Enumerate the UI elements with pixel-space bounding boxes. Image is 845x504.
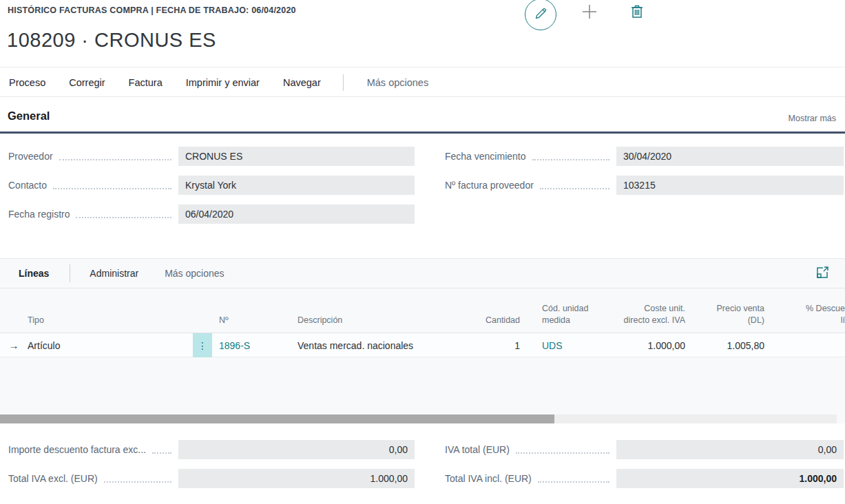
field-label: Proveedor	[8, 151, 53, 162]
col-descripcion[interactable]: Descripción	[298, 315, 482, 333]
col-tipo[interactable]: Tipo	[28, 315, 193, 333]
field-iva-total: IVA total (EUR) 0,00	[445, 440, 844, 459]
value-total-iva-incl[interactable]: 1.000,00	[616, 469, 844, 488]
col-arrow	[0, 326, 28, 333]
scrollbar-thumb[interactable]	[0, 414, 554, 423]
field-label: Fecha registro	[8, 209, 70, 220]
value-total-iva-excl[interactable]: 1.000,00	[178, 469, 415, 488]
field-label: IVA total (EUR)	[445, 444, 510, 455]
field-value-proveedor[interactable]: CRONUS ES	[178, 147, 415, 166]
cell-coste-unit[interactable]: 1.000,00	[609, 340, 685, 351]
field-value-contacto[interactable]: Krystal York	[178, 176, 415, 195]
action-navegar[interactable]: Navegar	[283, 77, 321, 88]
value-importe-descuento[interactable]: 0,00	[178, 440, 415, 459]
active-row-arrow-icon: →	[0, 339, 28, 351]
col-rowmenu	[193, 326, 212, 333]
col-descuento[interactable]: % Descue lí	[764, 303, 845, 333]
lines-administrar[interactable]: Administrar	[90, 268, 138, 279]
app-context-bar: HISTÓRICO FACTURAS COMPRA | FECHA DE TRA…	[0, 0, 845, 30]
cell-descripcion[interactable]: Ventas mercad. nacionales	[298, 340, 482, 351]
item-number-link[interactable]: 1896-S	[219, 340, 250, 351]
dotted-leader	[532, 152, 609, 160]
plus-icon	[580, 13, 599, 23]
tab-lineas[interactable]: Líneas	[19, 268, 49, 279]
lines-toolbar-divider	[0, 288, 845, 288]
cell-precio-venta[interactable]: 1.005,80	[685, 340, 764, 351]
title-divider	[0, 67, 845, 67]
action-imprimir-y-enviar[interactable]: Imprimir y enviar	[186, 77, 260, 88]
open-in-window-icon	[815, 271, 829, 282]
field-label: Nº factura proveedor	[445, 180, 534, 191]
general-underline	[0, 132, 845, 134]
action-factura[interactable]: Factura	[129, 77, 163, 88]
field-contacto: Contacto Krystal York	[8, 176, 415, 195]
expand-lines-button[interactable]	[815, 266, 830, 281]
field-label: Importe descuento factura exc...	[8, 444, 146, 455]
dotted-leader	[53, 181, 171, 189]
action-bar-divider	[0, 96, 845, 97]
add-button[interactable]	[579, 2, 600, 23]
context-title: HISTÓRICO FACTURAS COMPRA | FECHA DE TRA…	[8, 6, 296, 15]
invoice-totals: Importe descuento factura exc... 0,00 To…	[0, 440, 845, 498]
cell-cod-unidad-medida[interactable]: UDS	[520, 340, 609, 351]
dotted-leader	[152, 445, 171, 454]
horizontal-scrollbar[interactable]	[0, 414, 837, 423]
action-bar-separator	[343, 74, 344, 91]
purchase-invoice-page: { "app_bar": { "context_title": "HISTÓRI…	[0, 0, 845, 504]
field-value-fecha-vencimiento[interactable]: 30/04/2020	[616, 147, 844, 166]
dotted-leader	[76, 210, 171, 218]
table-row[interactable]: → Artículo ⋮ 1896-S Ventas mercad. nacio…	[0, 333, 845, 357]
pencil-icon	[533, 6, 548, 23]
field-label: Contacto	[8, 180, 47, 191]
trash-icon	[629, 11, 645, 21]
col-cantidad[interactable]: Cantidad	[482, 315, 520, 333]
action-proceso[interactable]: Proceso	[9, 77, 45, 88]
dotted-leader	[538, 474, 609, 483]
dotted-leader	[104, 474, 171, 483]
field-fecha-registro: Fecha registro 06/04/2020	[8, 204, 415, 224]
lines-toolbar: Líneas Administrar Más opciones	[0, 259, 845, 288]
field-proveedor: Proveedor CRONUS ES	[8, 147, 415, 166]
lines-mas-opciones[interactable]: Más opciones	[165, 268, 224, 279]
dotted-leader	[540, 181, 609, 189]
action-bar: Proceso Corregir Factura Imprimir y envi…	[9, 74, 428, 91]
field-total-iva-incl: Total IVA incl. (EUR) 1.000,00	[445, 469, 844, 488]
field-value-num-factura-proveedor[interactable]: 103215	[616, 176, 844, 195]
col-coste-unit[interactable]: Coste unit. directo excl. IVA	[609, 303, 685, 333]
field-label: Total IVA excl. (EUR)	[8, 473, 98, 484]
general-heading[interactable]: General	[8, 109, 50, 123]
show-more-link[interactable]: Mostrar más	[789, 114, 836, 123]
lines-panel: Líneas Administrar Más opciones Tipo Nº …	[0, 258, 845, 423]
field-total-iva-excl: Total IVA excl. (EUR) 1.000,00	[8, 469, 415, 488]
field-value-fecha-registro[interactable]: 06/04/2020	[178, 204, 415, 224]
edit-button[interactable]	[525, 0, 556, 30]
uom-link[interactable]: UDS	[542, 340, 563, 351]
col-no[interactable]: Nº	[212, 315, 298, 333]
cell-tipo[interactable]: Artículo	[28, 340, 193, 351]
action-corregir[interactable]: Corregir	[69, 77, 105, 88]
cell-no[interactable]: 1896-S	[212, 340, 298, 351]
page-title: 108209 · CRONUS ES	[7, 29, 216, 52]
delete-button[interactable]	[627, 2, 647, 21]
lines-table-header: Tipo Nº Descripción Cantidad Cód. unidad…	[0, 288, 845, 333]
general-section-header: General Mostrar más	[0, 107, 845, 133]
col-cod-unidad-medida[interactable]: Cód. unidad medida	[520, 303, 609, 333]
field-num-factura-proveedor: Nº factura proveedor 103215	[445, 176, 844, 195]
dotted-leader	[516, 445, 609, 454]
dotted-leader	[59, 152, 171, 160]
field-label: Fecha vencimiento	[445, 151, 526, 162]
field-importe-descuento: Importe descuento factura exc... 0,00	[8, 440, 415, 459]
action-mas-opciones[interactable]: Más opciones	[367, 77, 428, 88]
cell-cantidad[interactable]: 1	[482, 340, 520, 351]
field-fecha-vencimiento: Fecha vencimiento 30/04/2020	[445, 147, 844, 166]
general-fields: Proveedor CRONUS ES Contacto Krystal Yor…	[0, 147, 845, 233]
col-precio-venta[interactable]: Precio venta (DL)	[685, 303, 764, 333]
row-menu-button[interactable]: ⋮	[193, 333, 212, 357]
field-label: Total IVA incl. (EUR)	[445, 473, 532, 484]
value-iva-total[interactable]: 0,00	[616, 440, 844, 459]
lines-toolbar-separator	[70, 264, 70, 282]
